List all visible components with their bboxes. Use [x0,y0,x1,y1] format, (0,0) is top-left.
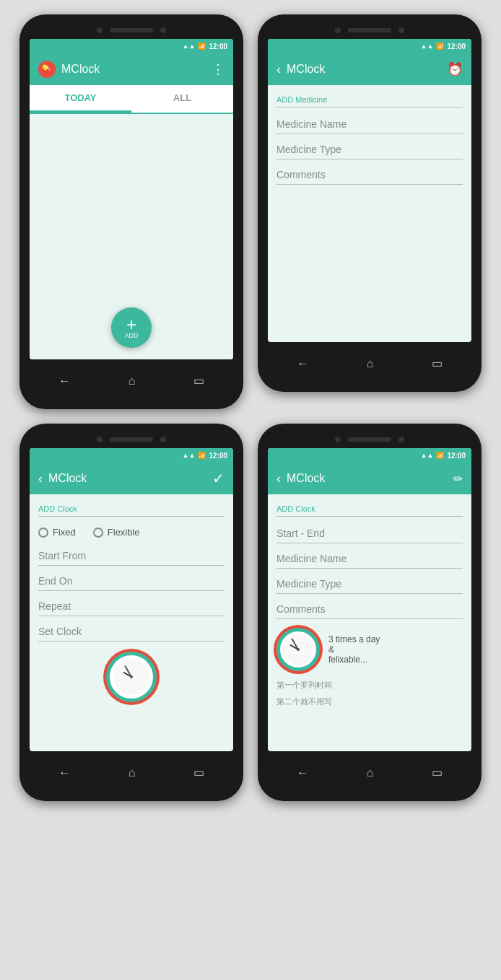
clock-info-line1: 3 times a day [328,634,380,644]
screen-2: ▲▲ 📶 12:00 ‹ MClock ⏰ ADD Medicine Medic… [268,39,471,342]
wifi-icon-4: ▲▲ [421,452,434,459]
phone-top-bar-4 [268,437,471,442]
app-title-3: MClock [48,472,212,485]
repeat-field[interactable]: Repeat [38,594,225,616]
screen-1: ▲▲ 📶 12:00 💊 MClock ⋮ TODAY ALL + ADD [30,39,233,359]
radio-flexible[interactable]: Flexible [93,527,140,538]
sensor-2 [398,27,404,33]
nav-back-4[interactable]: ← [288,764,317,782]
nav-back-2[interactable]: ← [288,354,317,373]
status-bar-2: ▲▲ 📶 12:00 [268,39,471,53]
radio-flexible-circle [93,528,103,538]
nav-recents-3[interactable]: ▭ [185,763,213,782]
nav-home-4[interactable]: ⌂ [358,764,383,782]
nav-home-2[interactable]: ⌂ [358,354,383,373]
phone-1: ▲▲ 📶 12:00 💊 MClock ⋮ TODAY ALL + ADD ← … [19,14,243,409]
fab-add-button[interactable]: + ADD [111,307,152,348]
status-right-4: ▲▲ 📶 12:00 [421,452,466,460]
medicine-type-field[interactable]: Medicine Type [276,137,463,159]
signal-icon-3: 📶 [198,452,206,459]
fab-plus-icon: + [126,316,136,333]
clock-center-dot-4 [297,648,300,651]
back-button-2[interactable]: ‹ [276,62,281,77]
app-bar-4: ‹ MClock ✏ [268,463,471,494]
add-clock-label-3: ADD Clock [38,500,225,515]
radio-row-3: Fixed Flexible [38,521,225,543]
status-right-3: ▲▲ 📶 12:00 [183,452,227,460]
start-end-field[interactable]: Start - End [276,521,463,543]
screen2-content: ADD Medicine Medicine Name Medicine Type… [268,85,471,316]
clock-widget-3[interactable] [38,644,225,709]
medicine-type-label-4: Medicine Type [276,578,341,590]
nav-home-1[interactable]: ⌂ [120,372,144,390]
start-from-field[interactable]: Start From [38,543,225,566]
start-from-label: Start From [38,550,86,561]
nav-bar-1: ← ⌂ ▭ [30,365,233,396]
clock-face-4[interactable] [276,628,320,671]
more-icon-1[interactable]: ⋮ [212,61,225,77]
clock-face-3[interactable] [106,652,157,702]
sensor-1 [160,27,166,33]
status-right-1: ▲▲ 📶 12:00 [183,43,227,51]
divider-3-0 [38,516,225,517]
comments-field-4[interactable]: Comments [276,597,463,619]
end-on-field[interactable]: End On [38,569,225,591]
sensor-4 [398,437,404,442]
medicine-name-field[interactable]: Medicine Name [276,112,463,134]
wifi-icon-1: ▲▲ [183,43,196,50]
start-end-label: Start - End [276,528,325,539]
screen3-content: ADD Clock Fixed Flexible Start From End … [30,494,233,725]
medicine-name-field-4[interactable]: Medicine Name [276,546,463,569]
nav-bar-2: ← ⌂ ▭ [268,348,471,379]
nav-home-3[interactable]: ⌂ [120,764,144,782]
speaker-4 [348,437,391,442]
nav-recents-4[interactable]: ▭ [423,763,451,782]
clock-note-line1: 第一个罗列时间 [276,677,463,694]
clock-icon-2[interactable]: ⏰ [447,61,463,77]
speaker-2 [348,28,391,32]
nav-bar-3: ← ⌂ ▭ [30,757,233,788]
clock-info-line2: & [328,644,380,655]
set-clock-field[interactable]: Set Clock [38,619,225,642]
app-bar-2: ‹ MClock ⏰ [268,53,471,85]
checkmark-icon-3[interactable]: ✓ [212,470,225,487]
fab-add-label: ADD [124,332,138,339]
app-bar-3: ‹ MClock ✓ [30,463,233,494]
pencil-icon-4[interactable]: ✏ [453,472,463,486]
medicine-name-label-4: Medicine Name [276,553,347,564]
nav-back-1[interactable]: ← [50,372,79,390]
radio-flexible-label: Flexible [108,527,140,538]
front-camera-4 [335,437,341,442]
signal-icon-4: 📶 [436,452,444,459]
nav-recents-2[interactable]: ▭ [423,354,451,373]
wifi-icon-3: ▲▲ [183,452,196,459]
tab-today[interactable]: TODAY [30,85,131,113]
wifi-icon-2: ▲▲ [421,43,434,50]
nav-recents-1[interactable]: ▭ [185,371,213,390]
back-button-4[interactable]: ‹ [276,471,281,486]
tab-bar-1: TODAY ALL [30,85,233,114]
comments-field-2[interactable]: Comments [276,162,463,185]
status-bar-1: ▲▲ 📶 12:00 [30,39,233,53]
clock-info-row-4: 3 times a day & felixable... [276,622,463,677]
medicine-type-label: Medicine Type [276,144,341,155]
status-time-2: 12:00 [447,43,466,51]
clock-note-line2: 第二个就不用写 [276,694,463,710]
back-button-3[interactable]: ‹ [38,471,43,486]
status-bar-4: ▲▲ 📶 12:00 [268,448,471,463]
app-title-4: MClock [287,472,453,485]
medicine-name-label: Medicine Name [276,118,347,130]
radio-fixed[interactable]: Fixed [38,527,76,538]
add-clock-label-4: ADD Clock [276,500,463,515]
tab-all[interactable]: ALL [131,85,233,113]
repeat-label: Repeat [38,600,71,612]
speaker-3 [110,437,153,442]
clock-inner-3 [113,659,149,695]
medicine-type-field-4[interactable]: Medicine Type [276,572,463,594]
clock-info-line3: felixable... [328,655,380,665]
nav-back-3[interactable]: ← [50,764,79,782]
app-logo-1: 💊 [38,61,56,78]
divider-4-0 [276,516,463,517]
app-title-1: MClock [61,63,212,76]
phone-2: ▲▲ 📶 12:00 ‹ MClock ⏰ ADD Medicine Medic… [258,14,482,392]
